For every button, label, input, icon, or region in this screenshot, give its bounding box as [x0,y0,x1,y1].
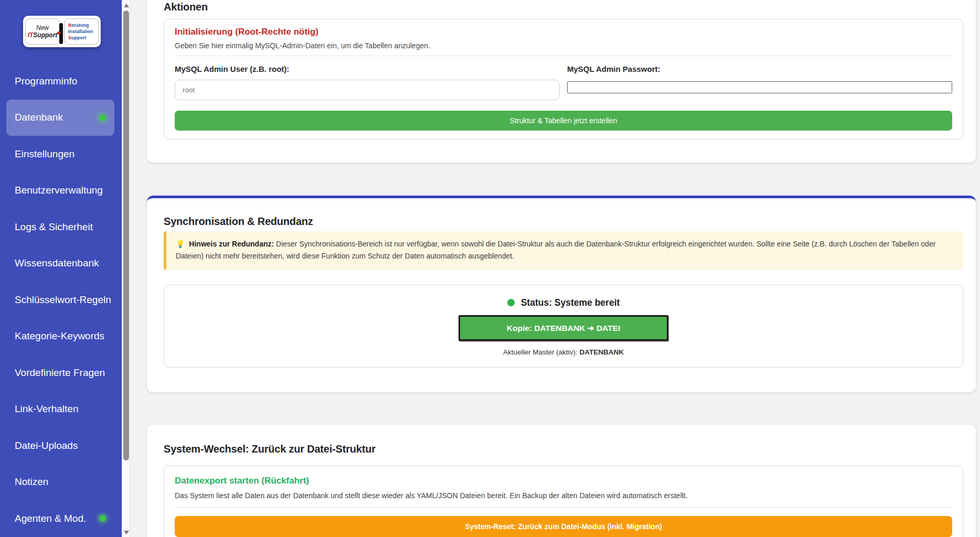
sidebar-item-einstellungen[interactable]: Einstellungen [0,136,122,173]
sidebar-nav: Programminfo Datenbank Einstellungen Ben… [0,63,122,537]
sidebar-item-label: Link-Verhalten [15,403,78,415]
logo-left-box: New ITSupport [25,18,60,45]
sidebar-item-vordefinierte-fragen[interactable]: Vordefinierte Fragen [0,355,122,391]
sidebar-item-label: Wissensdatenbank [15,257,99,269]
export-heading: Datenexport starten (Rückfahrt) [175,476,952,486]
scrollbar-down-arrow-icon[interactable] [124,531,129,534]
sidebar-item-label: Notizen [15,476,48,488]
sidebar-item-benutzerverwaltung[interactable]: Benutzerverwaltung [0,173,122,209]
system-switch-card: System-Wechsel: Zurück zur Datei-Struktu… [147,425,976,537]
sidebar-item-label: Vordefinierte Fragen [15,367,105,379]
sidebar-item-wissensdatenbank[interactable]: Wissensdatenbank [0,245,122,282]
initialization-box: Initialisierung (Root-Rechte nötig) Gebe… [164,19,963,139]
initialization-description: Geben Sie hier einmalig MySQL-Admin-Date… [175,41,952,50]
system-status-row: Status: Systeme bereit [164,297,963,308]
sidebar-item-label: Schlüsselwort-Regeln [15,294,111,306]
logo-right-box: Beratung Installation Support [64,18,99,45]
sidebar-item-kategorie-keywords[interactable]: Kategorie-Keywords [0,318,122,355]
sidebar-item-agenten-mod[interactable]: Agenten & Mod. [0,500,122,537]
main-content: Aktionen Initialisierung (Root-Rechte nö… [130,0,980,537]
sync-card-title: Synchronisation & Redundanz [164,216,963,228]
sidebar-item-notizen[interactable]: Notizen [0,464,122,501]
sidebar-item-label: Datenbank [15,112,63,123]
mysql-password-input[interactable] [567,81,952,93]
logo-text-support: Support [68,35,98,41]
data-export-box: Datenexport starten (Rückfahrt) Das Syst… [164,466,963,537]
divider [175,507,952,508]
status-label: Status: Systeme bereit [521,297,620,308]
sidebar-item-label: Einstellungen [15,148,74,160]
export-description: Das System liest alle Daten aus der Date… [175,491,952,500]
sidebar-item-schluesselwort-regeln[interactable]: Schlüsselwort-Regeln [0,282,122,318]
divider [175,56,952,56]
hint-bold-text: Hinweis zur Redundanz: [189,240,274,248]
status-ready-dot-icon [507,299,515,306]
switch-card-title: System-Wechsel: Zurück zur Datei-Struktu… [164,443,963,455]
scrollbar-thumb[interactable] [123,10,129,460]
sync-status-box: Status: Systeme bereit Kopie: DATENBANK … [164,285,963,368]
logo-text-new: New [36,24,49,31]
sidebar-item-label: Logs & Sicherheit [15,221,93,233]
hint-text: Dieser Synchronisations-Bereich ist nur … [176,240,935,260]
lightbulb-icon: 💡 [176,240,185,248]
sidebar-item-link-verhalten[interactable]: Link-Verhalten [0,391,122,428]
mysql-password-label: MySQL Admin Passwort: [567,65,952,74]
copy-db-to-file-button[interactable]: Kopie: DATENBANK ➜ DATEI [459,315,668,341]
master-value: DATENBANK [580,348,624,356]
sidebar-scrollbar[interactable] [122,0,130,537]
scrollbar-up-arrow-icon[interactable] [124,4,129,7]
sidebar-item-label: Benutzerverwaltung [15,185,103,196]
sidebar-item-programminfo[interactable]: Programminfo [0,63,122,100]
actions-card: Aktionen Initialisierung (Root-Rechte nö… [147,0,976,163]
sidebar-item-label: Kategorie-Keywords [15,330,104,342]
actions-card-title: Aktionen [164,1,963,13]
sync-card: Synchronisation & Redundanz 💡 Hinweis zu… [147,196,976,392]
master-label: Aktueller Master (aktiv): [503,348,580,356]
logo-text-beratung: Beratung [68,22,98,28]
sidebar-item-logs-sicherheit[interactable]: Logs & Sicherheit [0,209,122,245]
green-status-dot-icon [99,515,106,522]
logo-climber-figure [59,23,63,44]
current-master-line: Aktueller Master (aktiv): DATENBANK [164,348,963,356]
create-structure-button[interactable]: Struktur & Tabellen jetzt erstellen [175,111,952,131]
app-logo: New ITSupport Beratung Installation Supp… [23,16,101,47]
redundancy-hint-box: 💡 Hinweis zur Redundanz: Dieser Synchron… [164,231,963,270]
sidebar-item-datenbank[interactable]: Datenbank [6,100,114,136]
mysql-user-label: MySQL Admin User (z.B. root): [175,65,560,74]
logo-text-itsupport: ITSupport [28,31,58,39]
green-status-dot-icon [99,114,106,121]
sidebar-item-label: Datei-Uploads [15,440,78,452]
system-reset-button[interactable]: System-Reset: Zurück zum Datei-Modus (in… [175,516,952,537]
sidebar-item-label: Programminfo [15,76,77,87]
sidebar: New ITSupport Beratung Installation Supp… [0,0,122,537]
sidebar-item-label: Agenten & Mod. [15,513,86,524]
mysql-user-column: MySQL Admin User (z.B. root): [175,65,560,100]
mysql-user-input[interactable] [175,80,560,100]
initialization-heading: Initialisierung (Root-Rechte nötig) [175,27,952,37]
mysql-admin-form: MySQL Admin User (z.B. root): MySQL Admi… [175,65,952,100]
sidebar-item-datei-uploads[interactable]: Datei-Uploads [0,427,122,464]
logo-text-installation: Installation [68,28,98,35]
mysql-password-column: MySQL Admin Passwort: [567,65,952,100]
